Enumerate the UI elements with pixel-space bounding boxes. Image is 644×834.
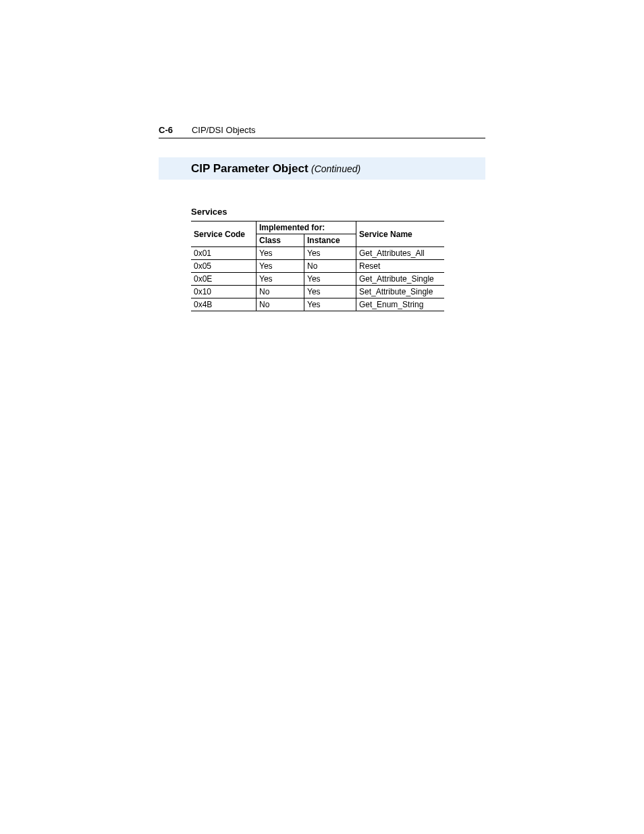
- cell-code: 0x10: [191, 286, 257, 298]
- cell-instance: Yes: [304, 286, 356, 298]
- cell-code: 0x4B: [191, 298, 257, 311]
- table-header-row-1: Service Code Implemented for: Service Na…: [191, 221, 444, 234]
- cell-name: Get_Enum_String: [356, 298, 445, 311]
- col-service-code: Service Code: [191, 221, 257, 247]
- cell-class: Yes: [257, 273, 304, 286]
- cell-code: 0x0E: [191, 273, 257, 286]
- cell-instance: No: [304, 260, 356, 273]
- cell-name: Get_Attribute_Single: [356, 273, 445, 286]
- col-instance: Instance: [304, 234, 356, 247]
- cell-name: Set_Attribute_Single: [356, 286, 445, 298]
- cell-name: Reset: [356, 260, 445, 273]
- page-content: C-6 CIP/DSI Objects CIP Parameter Object…: [0, 0, 644, 311]
- cell-class: No: [257, 298, 304, 311]
- table-row: 0x0E Yes Yes Get_Attribute_Single: [191, 273, 444, 286]
- services-table: Service Code Implemented for: Service Na…: [191, 221, 444, 311]
- table-row: 0x05 Yes No Reset: [191, 260, 444, 273]
- page-header: C-6 CIP/DSI Objects: [159, 125, 485, 138]
- col-implemented-for: Implemented for:: [257, 221, 356, 234]
- cell-instance: Yes: [304, 298, 356, 311]
- table-row: 0x10 No Yes Set_Attribute_Single: [191, 286, 444, 298]
- cell-class: Yes: [257, 260, 304, 273]
- title-suffix: (Continued): [311, 163, 360, 174]
- cell-code: 0x05: [191, 260, 257, 273]
- content-area: Services Service Code Implemented for: S…: [191, 207, 485, 311]
- cell-class: No: [257, 286, 304, 298]
- cell-instance: Yes: [304, 273, 356, 286]
- cell-instance: Yes: [304, 247, 356, 260]
- section-name: CIP/DSI Objects: [192, 125, 256, 135]
- cell-name: Get_Attributes_All: [356, 247, 445, 260]
- col-class: Class: [257, 234, 304, 247]
- table-heading: Services: [191, 207, 485, 217]
- cell-class: Yes: [257, 247, 304, 260]
- table-row: 0x4B No Yes Get_Enum_String: [191, 298, 444, 311]
- title-main: CIP Parameter Object: [191, 162, 308, 175]
- table-row: 0x01 Yes Yes Get_Attributes_All: [191, 247, 444, 260]
- page-number: C-6: [159, 125, 173, 135]
- title-bar: CIP Parameter Object (Continued): [159, 157, 485, 180]
- cell-code: 0x01: [191, 247, 257, 260]
- col-service-name: Service Name: [356, 221, 445, 247]
